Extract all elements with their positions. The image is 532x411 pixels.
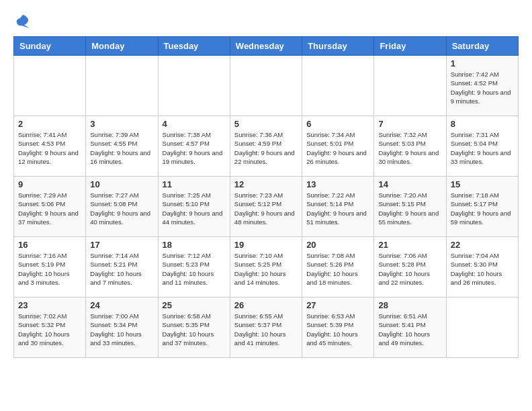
calendar-week-1: 1Sunrise: 7:42 AM Sunset: 4:52 PM Daylig… xyxy=(14,56,519,116)
calendar-header: SundayMondayTuesdayWednesdayThursdayFrid… xyxy=(14,37,519,56)
day-number: 18 xyxy=(163,240,226,250)
day-number: 28 xyxy=(378,300,441,310)
calendar-cell: 28Sunrise: 6:51 AM Sunset: 5:41 PM Dayli… xyxy=(374,298,446,358)
day-number: 21 xyxy=(378,240,441,250)
calendar-cell: 25Sunrise: 6:58 AM Sunset: 5:35 PM Dayli… xyxy=(158,298,230,358)
day-info: Sunrise: 7:22 AM Sunset: 5:14 PM Dayligh… xyxy=(306,191,369,226)
calendar-cell xyxy=(302,56,374,116)
day-number: 4 xyxy=(163,119,226,129)
calendar-cell: 18Sunrise: 7:12 AM Sunset: 5:23 PM Dayli… xyxy=(158,237,230,298)
day-number: 19 xyxy=(234,240,298,250)
calendar-cell: 8Sunrise: 7:31 AM Sunset: 5:04 PM Daylig… xyxy=(446,116,518,177)
day-info: Sunrise: 7:08 AM Sunset: 5:26 PM Dayligh… xyxy=(306,251,369,287)
calendar-cell: 24Sunrise: 7:00 AM Sunset: 5:34 PM Dayli… xyxy=(86,298,158,358)
day-header-monday: Monday xyxy=(86,37,158,56)
logo-bird-icon xyxy=(15,13,31,30)
day-info: Sunrise: 7:42 AM Sunset: 4:52 PM Dayligh… xyxy=(451,70,514,105)
day-number: 7 xyxy=(378,119,441,129)
calendar-cell: 20Sunrise: 7:08 AM Sunset: 5:26 PM Dayli… xyxy=(302,237,374,298)
day-header-sunday: Sunday xyxy=(14,37,86,56)
calendar-cell xyxy=(14,56,86,116)
day-number: 15 xyxy=(451,179,514,189)
day-header-friday: Friday xyxy=(374,37,446,56)
calendar-cell: 4Sunrise: 7:38 AM Sunset: 4:57 PM Daylig… xyxy=(158,116,230,177)
calendar-cell: 17Sunrise: 7:14 AM Sunset: 5:21 PM Dayli… xyxy=(86,237,158,298)
day-number: 5 xyxy=(234,119,298,129)
day-header-thursday: Thursday xyxy=(302,37,374,56)
calendar-cell: 10Sunrise: 7:27 AM Sunset: 5:08 PM Dayli… xyxy=(86,177,158,237)
calendar-cell: 1Sunrise: 7:42 AM Sunset: 4:52 PM Daylig… xyxy=(446,56,518,116)
calendar-cell xyxy=(374,56,446,116)
calendar-cell: 2Sunrise: 7:41 AM Sunset: 4:53 PM Daylig… xyxy=(14,116,86,177)
day-info: Sunrise: 7:23 AM Sunset: 5:12 PM Dayligh… xyxy=(234,191,298,226)
day-number: 12 xyxy=(234,179,298,189)
day-info: Sunrise: 7:16 AM Sunset: 5:19 PM Dayligh… xyxy=(18,251,81,287)
day-number: 13 xyxy=(306,179,369,189)
calendar-cell: 7Sunrise: 7:32 AM Sunset: 5:03 PM Daylig… xyxy=(374,116,446,177)
calendar-cell: 16Sunrise: 7:16 AM Sunset: 5:19 PM Dayli… xyxy=(14,237,86,298)
day-info: Sunrise: 7:34 AM Sunset: 5:01 PM Dayligh… xyxy=(306,130,369,166)
day-info: Sunrise: 7:39 AM Sunset: 4:55 PM Dayligh… xyxy=(90,130,153,166)
day-info: Sunrise: 7:31 AM Sunset: 5:04 PM Dayligh… xyxy=(451,130,514,166)
calendar-week-3: 9Sunrise: 7:29 AM Sunset: 5:06 PM Daylig… xyxy=(14,177,519,237)
day-info: Sunrise: 7:12 AM Sunset: 5:23 PM Dayligh… xyxy=(163,251,226,287)
calendar-week-2: 2Sunrise: 7:41 AM Sunset: 4:53 PM Daylig… xyxy=(14,116,519,177)
day-number: 11 xyxy=(163,179,226,189)
day-number: 6 xyxy=(306,119,369,129)
day-header-saturday: Saturday xyxy=(446,37,518,56)
calendar-cell: 3Sunrise: 7:39 AM Sunset: 4:55 PM Daylig… xyxy=(86,116,158,177)
calendar-cell xyxy=(86,56,158,116)
day-info: Sunrise: 7:41 AM Sunset: 4:53 PM Dayligh… xyxy=(18,130,81,166)
days-of-week-row: SundayMondayTuesdayWednesdayThursdayFrid… xyxy=(14,37,519,56)
day-info: Sunrise: 6:55 AM Sunset: 5:37 PM Dayligh… xyxy=(234,312,298,347)
day-number: 22 xyxy=(451,240,514,250)
day-info: Sunrise: 7:20 AM Sunset: 5:15 PM Dayligh… xyxy=(378,191,441,226)
calendar-cell: 9Sunrise: 7:29 AM Sunset: 5:06 PM Daylig… xyxy=(14,177,86,237)
day-number: 14 xyxy=(378,179,441,189)
calendar-cell: 21Sunrise: 7:06 AM Sunset: 5:28 PM Dayli… xyxy=(374,237,446,298)
day-number: 10 xyxy=(90,179,153,189)
day-number: 26 xyxy=(234,300,298,310)
day-info: Sunrise: 6:58 AM Sunset: 5:35 PM Dayligh… xyxy=(163,312,226,347)
day-number: 17 xyxy=(90,240,153,250)
calendar-cell: 12Sunrise: 7:23 AM Sunset: 5:12 PM Dayli… xyxy=(230,177,302,237)
calendar-table: SundayMondayTuesdayWednesdayThursdayFrid… xyxy=(13,36,519,358)
calendar-cell xyxy=(446,298,518,358)
day-info: Sunrise: 7:38 AM Sunset: 4:57 PM Dayligh… xyxy=(163,130,226,166)
day-info: Sunrise: 7:25 AM Sunset: 5:10 PM Dayligh… xyxy=(163,191,226,226)
day-header-wednesday: Wednesday xyxy=(230,37,302,56)
calendar-cell: 11Sunrise: 7:25 AM Sunset: 5:10 PM Dayli… xyxy=(158,177,230,237)
calendar-body: 1Sunrise: 7:42 AM Sunset: 4:52 PM Daylig… xyxy=(14,56,519,358)
calendar-cell: 19Sunrise: 7:10 AM Sunset: 5:25 PM Dayli… xyxy=(230,237,302,298)
header xyxy=(13,13,519,30)
day-info: Sunrise: 7:36 AM Sunset: 4:59 PM Dayligh… xyxy=(234,130,298,166)
day-info: Sunrise: 7:06 AM Sunset: 5:28 PM Dayligh… xyxy=(378,251,441,287)
day-number: 9 xyxy=(18,179,81,189)
day-info: Sunrise: 6:51 AM Sunset: 5:41 PM Dayligh… xyxy=(378,312,441,347)
day-info: Sunrise: 7:27 AM Sunset: 5:08 PM Dayligh… xyxy=(90,191,153,226)
day-info: Sunrise: 7:32 AM Sunset: 5:03 PM Dayligh… xyxy=(378,130,441,166)
day-number: 2 xyxy=(18,119,81,129)
day-info: Sunrise: 7:02 AM Sunset: 5:32 PM Dayligh… xyxy=(18,312,81,347)
day-info: Sunrise: 7:04 AM Sunset: 5:30 PM Dayligh… xyxy=(451,251,514,287)
day-number: 23 xyxy=(18,300,81,310)
calendar-cell: 13Sunrise: 7:22 AM Sunset: 5:14 PM Dayli… xyxy=(302,177,374,237)
calendar-cell: 26Sunrise: 6:55 AM Sunset: 5:37 PM Dayli… xyxy=(230,298,302,358)
day-info: Sunrise: 7:18 AM Sunset: 5:17 PM Dayligh… xyxy=(451,191,514,226)
calendar-cell: 6Sunrise: 7:34 AM Sunset: 5:01 PM Daylig… xyxy=(302,116,374,177)
day-number: 1 xyxy=(451,58,514,68)
day-info: Sunrise: 7:29 AM Sunset: 5:06 PM Dayligh… xyxy=(18,191,81,226)
logo xyxy=(13,13,31,30)
day-number: 24 xyxy=(90,300,153,310)
day-info: Sunrise: 6:53 AM Sunset: 5:39 PM Dayligh… xyxy=(306,312,369,347)
day-info: Sunrise: 7:14 AM Sunset: 5:21 PM Dayligh… xyxy=(90,251,153,287)
day-number: 25 xyxy=(163,300,226,310)
calendar-cell xyxy=(230,56,302,116)
calendar-cell: 15Sunrise: 7:18 AM Sunset: 5:17 PM Dayli… xyxy=(446,177,518,237)
day-number: 16 xyxy=(18,240,81,250)
calendar-cell: 5Sunrise: 7:36 AM Sunset: 4:59 PM Daylig… xyxy=(230,116,302,177)
calendar-cell: 22Sunrise: 7:04 AM Sunset: 5:30 PM Dayli… xyxy=(446,237,518,298)
calendar-cell: 14Sunrise: 7:20 AM Sunset: 5:15 PM Dayli… xyxy=(374,177,446,237)
day-number: 8 xyxy=(451,119,514,129)
day-info: Sunrise: 7:00 AM Sunset: 5:34 PM Dayligh… xyxy=(90,312,153,347)
